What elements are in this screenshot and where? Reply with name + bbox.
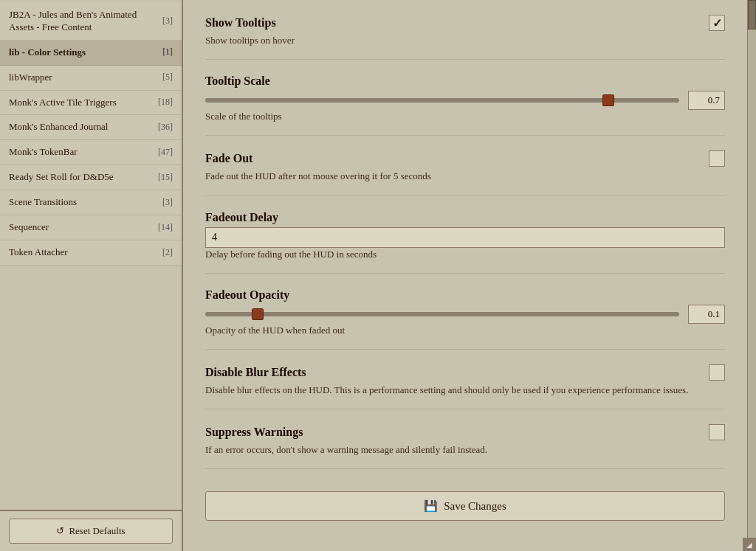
save-label: Save Changes	[444, 500, 506, 513]
sidebar-list: JB2A - Jules and Ben's Animated Assets -…	[0, 0, 182, 510]
setting-row-fadeout-delay: Fadeout Delay Delay before fading out th…	[205, 211, 725, 274]
setting-row-show-tooltips: Show Tooltips Show tooltips on hover	[205, 15, 725, 60]
sidebar-footer: ↺ Reset Defaults	[0, 510, 182, 551]
sidebar-item-name: lib - Color Settings	[9, 46, 157, 59]
sidebar-item-count: [5]	[162, 72, 173, 83]
setting-title: Tooltip Scale	[205, 74, 270, 88]
checkbox-fade-out[interactable]	[709, 150, 725, 167]
reset-icon: ↺	[56, 525, 64, 537]
setting-control	[205, 305, 725, 324]
sidebar-item-monks-active[interactable]: Monk's Active Tile Triggers [18]	[0, 91, 182, 116]
slider-track-fadeout-opacity[interactable]	[205, 312, 679, 316]
setting-desc: Show tooltips on hover	[205, 34, 725, 47]
sidebar-item-sequencer[interactable]: Sequencer [14]	[0, 215, 182, 240]
setting-desc: Delay before fading out the HUD in secon…	[205, 248, 725, 261]
setting-control	[205, 227, 725, 248]
sidebar-item-count: [2]	[162, 247, 173, 259]
sidebar-item-token-attacher[interactable]: Token Attacher [2]	[0, 240, 182, 266]
reset-defaults-button[interactable]: ↺ Reset Defaults	[9, 519, 173, 544]
setting-header: Disable Blur Effects	[205, 364, 725, 381]
save-icon: 💾	[424, 499, 438, 513]
setting-header: Fadeout Delay	[205, 211, 725, 224]
setting-header: Suppress Warnings	[205, 424, 725, 440]
corner-resize-icon: ◢	[743, 538, 756, 551]
sidebar-item-name: Token Attacher	[9, 246, 157, 259]
setting-header: Fade Out	[205, 150, 725, 167]
sidebar-item-count: [15]	[158, 172, 173, 184]
sidebar-item-ready-set-roll[interactable]: Ready Set Roll for D&D5e [15]	[0, 165, 182, 190]
slider-value-fadeout-opacity[interactable]	[688, 305, 725, 324]
setting-row-suppress-warnings: Suppress Warnings If an error occurs, do…	[205, 424, 725, 469]
sidebar-item-name: Monk's TokenBar	[9, 146, 152, 159]
setting-desc: Fade out the HUD after not mouse overing…	[205, 170, 725, 183]
setting-desc: Disable blur effects on the HUD. This is…	[205, 384, 725, 397]
setting-title: Fadeout Delay	[205, 211, 278, 224]
sidebar-item-scene-transitions[interactable]: Scene Transitions [3]	[0, 190, 182, 215]
setting-title: Fade Out	[205, 152, 252, 165]
setting-row-fadeout-opacity: Fadeout Opacity Opacity of the HUD when …	[205, 288, 725, 350]
scrollbar-thumb[interactable]	[748, 0, 756, 30]
setting-row-disable-blur: Disable Blur Effects Disable blur effect…	[205, 364, 725, 409]
setting-header: Show Tooltips	[205, 15, 725, 31]
slider-thumb-tooltip-scale[interactable]	[602, 94, 614, 106]
setting-desc: Opacity of the HUD when faded out	[205, 324, 725, 337]
setting-desc: If an error occurs, don't show a warning…	[205, 443, 725, 457]
sidebar-item-name: Sequencer	[9, 221, 152, 234]
setting-control	[205, 91, 725, 110]
sidebar-item-count: [1]	[162, 46, 173, 58]
setting-title: Suppress Warnings	[205, 426, 303, 439]
setting-title: Disable Blur Effects	[205, 366, 306, 379]
sidebar-item-jb2a[interactable]: JB2A - Jules and Ben's Animated Assets -…	[0, 3, 182, 41]
sidebar-item-monks-tokenbar[interactable]: Monk's TokenBar [47]	[0, 140, 182, 165]
setting-title: Show Tooltips	[205, 16, 276, 30]
sidebar-item-lib-color[interactable]: lib - Color Settings [1]	[0, 41, 182, 66]
slider-thumb-fadeout-opacity[interactable]	[252, 308, 264, 320]
sidebar-item-count: [3]	[162, 15, 173, 27]
checkbox-show-tooltips[interactable]	[709, 15, 725, 31]
setting-title: Fadeout Opacity	[205, 288, 289, 302]
sidebar-item-name: Monk's Enhanced Journal	[9, 121, 152, 134]
save-changes-button[interactable]: 💾 Save Changes	[205, 491, 725, 521]
sidebar-item-count: [36]	[158, 122, 173, 134]
sidebar-item-count: [14]	[158, 222, 173, 234]
setting-row-fade-out: Fade Out Fade out the HUD after not mous…	[205, 150, 725, 195]
sidebar: JB2A - Jules and Ben's Animated Assets -…	[0, 0, 183, 551]
sidebar-item-count: [18]	[158, 97, 173, 108]
setting-row-tooltip-scale: Tooltip Scale Scale of the tooltips	[205, 74, 725, 136]
slider-track-tooltip-scale[interactable]	[205, 98, 679, 103]
sidebar-item-name: Scene Transitions	[9, 196, 157, 209]
sidebar-item-monks-enhanced[interactable]: Monk's Enhanced Journal [36]	[0, 115, 182, 140]
setting-desc: Scale of the tooltips	[205, 110, 725, 123]
sidebar-item-name: libWrapper	[9, 72, 157, 84]
sidebar-item-libwrapper[interactable]: libWrapper [5]	[0, 66, 182, 91]
sidebar-item-name: Ready Set Roll for D&D5e	[9, 171, 152, 184]
content-area: Show Tooltips Show tooltips on hover Too…	[183, 0, 747, 551]
reset-label: Reset Defaults	[69, 525, 125, 537]
slider-value-tooltip-scale[interactable]	[688, 91, 725, 110]
number-input-fadeout-delay[interactable]	[205, 227, 725, 248]
checkbox-suppress-warnings[interactable]	[709, 424, 725, 440]
setting-header: Fadeout Opacity	[205, 288, 725, 302]
content-footer: 💾 Save Changes	[205, 484, 725, 521]
sidebar-item-name: JB2A - Jules and Ben's Animated Assets -…	[9, 9, 157, 34]
setting-header: Tooltip Scale	[205, 74, 725, 88]
sidebar-item-count: [3]	[162, 197, 173, 209]
sidebar-item-count: [47]	[158, 147, 173, 159]
scrollbar-right[interactable]: ◢	[747, 0, 756, 551]
sidebar-item-name: Monk's Active Tile Triggers	[9, 97, 152, 109]
checkbox-disable-blur[interactable]	[709, 364, 725, 381]
